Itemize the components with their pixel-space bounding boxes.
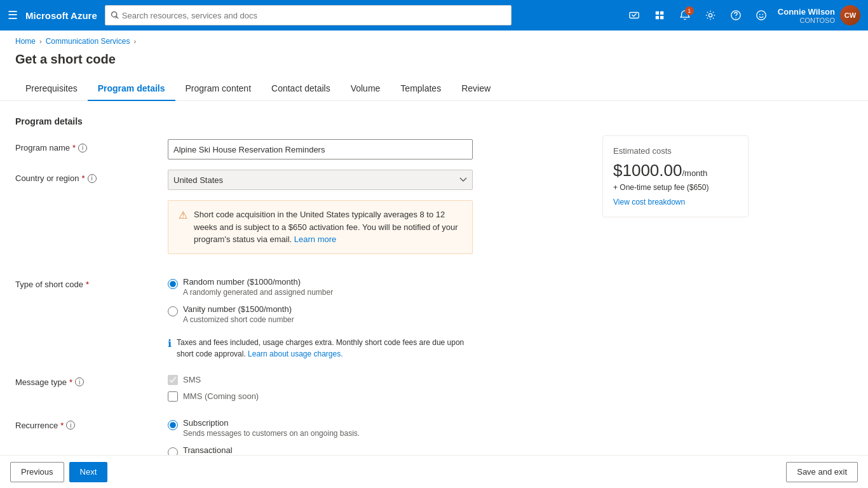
topnav-icons: 1 Connie Wilson CONTOSO CW [623, 4, 860, 27]
breadcrumb-sep-1: › [39, 37, 42, 45]
top-navigation: ☰ Microsoft Azure 1 Conni [0, 0, 868, 30]
breadcrumb-communication-services[interactable]: Communication Services [46, 37, 130, 46]
tab-program-details[interactable]: Program details [88, 77, 175, 101]
app-logo: Microsoft Azure [25, 10, 97, 21]
transactional-label[interactable]: Transactional [183, 445, 233, 455]
sms-checkbox-option: SMS [168, 375, 587, 385]
portal-menu-icon[interactable] [648, 4, 671, 27]
cost-amount: $1000.00 [613, 161, 682, 180]
program-name-label: Program name * i [15, 139, 168, 152]
cloud-shell-icon[interactable] [623, 4, 646, 27]
warning-box: ⚠ Short code acquisition in the United S… [168, 200, 473, 254]
svg-point-12 [762, 14, 763, 15]
type-random-option: Random number ($1000/month) A randomly g… [168, 277, 587, 297]
svg-rect-5 [656, 16, 659, 19]
tab-volume[interactable]: Volume [341, 77, 391, 101]
svg-point-7 [709, 13, 712, 17]
svg-rect-3 [656, 11, 659, 15]
cost-setup-fee: + One-time setup fee ($650) [613, 183, 738, 192]
help-icon[interactable] [724, 4, 747, 27]
sms-checkbox[interactable] [168, 375, 178, 385]
user-menu[interactable]: Connie Wilson CONTOSO CW [778, 5, 860, 25]
mms-checkbox-option: MMS (Coming soon) [168, 391, 587, 402]
svg-rect-6 [660, 16, 663, 19]
bottom-bar: Previous Next Save and exit [0, 455, 868, 488]
notification-badge: 1 [685, 6, 694, 15]
subscription-radio[interactable] [168, 420, 178, 430]
cost-period: /month [682, 168, 707, 178]
type-label: Type of short code * [15, 277, 168, 289]
required-marker-country: * [81, 173, 85, 183]
message-type-info-icon[interactable]: i [75, 377, 84, 386]
feedback-icon[interactable] [750, 4, 773, 27]
view-cost-breakdown-link[interactable]: View cost breakdown [613, 198, 685, 207]
country-info-icon[interactable]: i [88, 174, 97, 183]
save-and-exit-button[interactable]: Save and exit [786, 462, 858, 482]
settings-icon[interactable] [699, 4, 722, 27]
cost-panel: Estimated costs $1000.00 /month + One-ti… [602, 135, 749, 217]
warning-icon: ⚠ [179, 209, 187, 246]
country-region-row: Country or region * i United States [15, 170, 587, 190]
type-row: Type of short code * Random number ($100… [15, 277, 587, 365]
previous-button[interactable]: Previous [10, 462, 64, 482]
usage-charges-link[interactable]: Learn about usage charges. [248, 349, 342, 358]
tab-review[interactable]: Review [451, 77, 501, 101]
next-button[interactable]: Next [69, 462, 108, 482]
breadcrumb-sep-2: › [133, 37, 136, 45]
message-type-label: Message type * i [15, 375, 168, 387]
sms-label[interactable]: SMS [183, 375, 201, 384]
search-bar[interactable] [105, 5, 512, 25]
svg-rect-4 [660, 11, 663, 15]
type-vanity-label[interactable]: Vanity number ($1500/month) [183, 304, 292, 314]
type-random-desc: A randomly generated and assigned number [183, 288, 333, 297]
required-marker-msg: * [69, 377, 72, 387]
tab-prerequisites[interactable]: Prerequisites [15, 77, 88, 101]
program-name-input[interactable] [168, 139, 473, 159]
type-vanity-desc: A customized short code number [183, 315, 294, 324]
tab-bar: Prerequisites Program details Program co… [0, 77, 868, 101]
country-select[interactable]: United States [168, 170, 473, 190]
search-icon [111, 11, 119, 20]
user-org: CONTOSO [778, 17, 835, 24]
type-info-text: Taxes and fees included, usage charges e… [177, 337, 473, 360]
page-title: Get a short code [0, 50, 868, 77]
mms-label[interactable]: MMS (Coming soon) [183, 391, 259, 401]
country-label: Country or region * i [15, 170, 168, 183]
tab-templates[interactable]: Templates [390, 77, 451, 101]
message-type-row: Message type * i SMS MMS (Coming soon) [15, 375, 587, 408]
warning-learn-more-link[interactable]: Learn more [294, 234, 336, 244]
warning-text: Short code acquisition in the United Sta… [194, 208, 462, 246]
user-avatar[interactable]: CW [840, 5, 860, 25]
section-title: Program details [15, 116, 587, 126]
breadcrumb-home[interactable]: Home [15, 37, 36, 46]
form-area: Program details Program name * i Country… [15, 116, 587, 488]
warning-row: ⚠ Short code acquisition in the United S… [15, 200, 587, 267]
recurrence-info-icon[interactable]: i [66, 421, 75, 430]
program-name-info-icon[interactable]: i [78, 144, 87, 152]
hamburger-menu-icon[interactable]: ☰ [8, 8, 18, 22]
svg-point-10 [757, 11, 766, 20]
mms-checkbox[interactable] [168, 391, 178, 402]
info-circle-icon: ℹ [168, 337, 172, 349]
subscription-desc: Sends messages to customers on an ongoin… [183, 429, 360, 438]
breadcrumb: Home › Communication Services › [0, 30, 868, 50]
tab-program-content[interactable]: Program content [175, 77, 262, 101]
program-name-row: Program name * i [15, 139, 587, 159]
svg-point-9 [735, 17, 736, 18]
required-marker-rec: * [60, 421, 64, 430]
svg-point-11 [759, 14, 761, 15]
required-marker-type: * [86, 280, 89, 289]
main-content: Program details Program name * i Country… [0, 101, 868, 488]
recurrence-label: Recurrence * i [15, 418, 168, 430]
tab-contact-details[interactable]: Contact details [261, 77, 341, 101]
required-marker: * [72, 143, 76, 152]
notifications-icon[interactable]: 1 [674, 4, 696, 27]
subscription-option: Subscription Sends messages to customers… [168, 418, 587, 438]
type-random-label[interactable]: Random number ($1000/month) [183, 277, 301, 287]
subscription-label[interactable]: Subscription [183, 418, 229, 428]
search-input[interactable] [122, 11, 506, 20]
type-vanity-radio[interactable] [168, 306, 178, 316]
type-vanity-option: Vanity number ($1500/month) A customized… [168, 304, 587, 324]
cost-panel-title: Estimated costs [613, 146, 738, 156]
type-random-radio[interactable] [168, 279, 178, 289]
